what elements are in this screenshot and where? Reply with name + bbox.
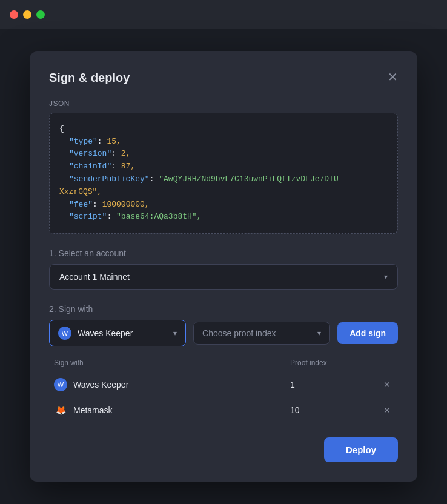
- dot-yellow[interactable]: [23, 10, 31, 19]
- account-select[interactable]: Account 1 Mainnet ▾: [49, 264, 398, 290]
- signer-chevron-icon: ▾: [173, 329, 177, 337]
- header-proof-index: Proof index: [290, 359, 375, 367]
- proof-chevron-icon: ▾: [317, 329, 321, 337]
- json-editor: { "type": 15, "version": 2, "chainId": 8…: [49, 113, 398, 234]
- deploy-button[interactable]: Deploy: [324, 437, 398, 462]
- account-select-value: Account 1 Mainnet: [59, 272, 130, 282]
- proof-select-value: Choose proof index: [202, 328, 276, 338]
- row2-proof-index: 10: [290, 405, 375, 415]
- remove-row2-button[interactable]: ✕: [381, 404, 393, 416]
- close-button[interactable]: ✕: [385, 68, 400, 85]
- sign-controls-row: W Waves Keeper ▾ Choose proof index ▾ Ad…: [49, 320, 398, 346]
- remove-row1-button[interactable]: ✕: [381, 379, 393, 391]
- row1-sign-with: Waves Keeper: [73, 380, 128, 390]
- dot-green[interactable]: [36, 10, 45, 19]
- table-row: W Waves Keeper 1 ✕: [49, 372, 398, 397]
- step1-label: 1. Select an account: [49, 248, 398, 258]
- modal-title: Sign & deploy: [49, 71, 398, 85]
- proof-index-select[interactable]: Choose proof index ▾: [193, 322, 330, 345]
- step2-label: 2. Sign with: [49, 304, 398, 314]
- add-sign-button[interactable]: Add sign: [337, 322, 398, 344]
- json-label: JSON: [49, 99, 398, 108]
- table-row: 🦊 Metamask 10 ✕: [49, 397, 398, 423]
- signer-select-value: Waves Keeper: [78, 328, 133, 338]
- waves-keeper-row-icon: W: [54, 378, 67, 391]
- sign-table-header: Sign with Proof index: [49, 359, 398, 367]
- account-chevron-icon: ▾: [384, 273, 388, 281]
- titlebar: [0, 0, 447, 29]
- sign-table: Sign with Proof index W Waves Keeper 1 ✕…: [49, 359, 398, 423]
- row1-proof-index: 1: [290, 380, 375, 390]
- header-sign-with: Sign with: [54, 359, 290, 367]
- dot-red[interactable]: [10, 10, 18, 19]
- waves-keeper-icon: W: [58, 327, 71, 340]
- backdrop: Sign & deploy ✕ JSON { "type": 15, "vers…: [0, 29, 447, 504]
- modal: Sign & deploy ✕ JSON { "type": 15, "vers…: [30, 51, 417, 482]
- deploy-row: Deploy: [49, 437, 398, 462]
- signer-select[interactable]: W Waves Keeper ▾: [49, 320, 186, 346]
- row2-sign-with: Metamask: [73, 405, 113, 415]
- metamask-row-icon: 🦊: [54, 403, 67, 417]
